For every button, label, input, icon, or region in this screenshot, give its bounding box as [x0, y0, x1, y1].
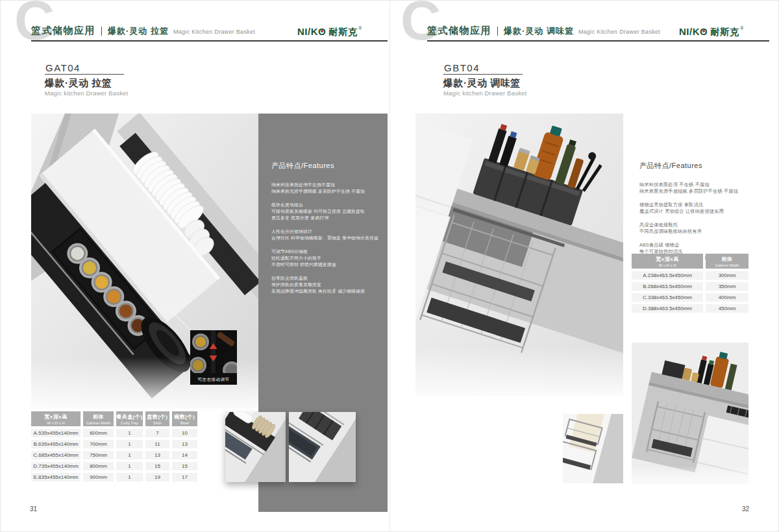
table-cell: C.338x463.5x450mm: [632, 293, 703, 302]
registered-mark: ®: [358, 26, 362, 30]
main-product-photo: [415, 114, 623, 396]
table-cell: 13: [172, 440, 197, 448]
catalog-spread: C 篮式储物应用 爆款·灵动 拉篮 Magic Kitchen Drawer B…: [0, 0, 779, 532]
header-separator: [101, 27, 102, 36]
nisko-cn: 耐斯克: [710, 27, 739, 38]
feature-line: 魔盒式设计 灵动组合 让收纳更便捷实用: [639, 208, 773, 215]
table-cell: C.685x455x140mm: [31, 451, 80, 459]
product-name: 爆款·灵动 调味篮: [443, 77, 521, 90]
feature-line: 纳米表面光滑手感细腻 多层防护不生锈 不腐蚀: [639, 188, 773, 195]
nisko-wordmark: NI/KO: [679, 26, 708, 37]
adjust-detail-art: [190, 330, 237, 373]
product-name: 爆款·灵动 拉篮: [45, 77, 112, 90]
table-cell: 300mm: [706, 271, 748, 280]
table-cell: 400mm: [706, 293, 748, 302]
table-cell: 450mm: [706, 304, 748, 313]
page-header: 篮式储物应用 爆款·灵动 调味篮 Magic Kitchen Drawer Ba…: [427, 25, 660, 37]
header-title-en: Magic Kitchen Drawer Basket: [173, 29, 255, 35]
feature-line: 模块化灵动组合: [271, 202, 378, 208]
table-cell: B.635x455x140mm: [31, 440, 80, 448]
feature-line: 纳米科技表面处理 不生锈 不腐蚀: [639, 182, 773, 188]
table-cell: 17: [172, 473, 197, 481]
feature-line: 不用时可拆卸 拒绝约束随意摆放: [271, 261, 378, 268]
logo-o-red-dot-icon: O: [700, 26, 708, 37]
feature-group: 自带防尘滑轨盖板 保护滑轨的质量及顺滑度 采用品牌缓冲隐藏滑轨 推拉轻柔 减少碗…: [271, 275, 378, 295]
table-cell: 15: [172, 462, 197, 470]
table-cell: 800mm: [83, 462, 114, 470]
feature-line: 自带防尘滑轨盖板: [271, 275, 378, 282]
feature-line: 储物盒灵动提取方便 拿取清洗: [639, 202, 773, 208]
spice-basket-photo-art: [415, 114, 623, 396]
table-header-cell: 盘数(个)Dish: [145, 411, 169, 426]
thumbnail-photo: [225, 412, 286, 482]
features-heading: 产品特点/Features: [639, 161, 773, 171]
features-block: 产品特点/Features 纳米科技表面处理 不生锈 不腐蚀 纳米表面光滑手感细…: [639, 161, 773, 269]
header-category: 篮式储物应用: [427, 25, 491, 37]
product-code-rule: [45, 74, 124, 75]
detail-inset-photo: 可左右移动调节: [190, 330, 237, 385]
product-name-en: Magic kitchen Drawer Basket: [443, 90, 526, 97]
table-cell: B.288x463.5x450mm: [632, 282, 703, 291]
feature-group: 储物盒灵动提取方便 拿取清洗 魔盒式设计 灵动组合 让收纳更便捷实用: [639, 202, 773, 215]
table-cell: 900mm: [83, 473, 114, 481]
table-cell: 15: [145, 462, 169, 470]
feature-line: 合理分区 科学收纳碗碟架、置物盒 集中收纳分类存放: [271, 235, 378, 241]
table-cell: 7: [145, 429, 169, 437]
feature-group: 纳米科技表面处理 不生锈 不腐蚀 纳米表面光滑手感细腻 多层防护不生锈 不腐蚀: [639, 182, 773, 195]
header-title-en: Magic Kitchen Drawer Basket: [578, 29, 660, 35]
feature-line: 高深盒体低矮瓶托: [639, 222, 773, 228]
table-cell: 1: [116, 451, 143, 459]
registered-mark: ®: [740, 26, 743, 30]
feature-line: 不同高度调味瓶收纳井然有序: [639, 228, 773, 235]
spec-table: 宽x深x高W x D x H 柜体Cabinet Width A.238x463…: [632, 254, 748, 313]
feature-group: 纳米科技表面处理不生锈不腐蚀 纳米表面光滑手感细腻 多层防护不生锈 不腐蚀: [271, 182, 378, 195]
table-header-cell: 柜体Cabinet Width: [83, 411, 114, 426]
product-code-rule: [443, 74, 523, 75]
header-rule: [31, 40, 388, 42]
table-cell: 1: [116, 429, 143, 437]
feature-line: 轻松适配不同大小的瓶子: [271, 255, 378, 261]
product-name-en: Magic kitchen Drawer Basket: [45, 90, 128, 97]
page-number: 32: [742, 505, 749, 513]
thumbnail-photo: [563, 414, 623, 483]
feature-line: 纳米科技表面处理不生锈不腐蚀: [271, 182, 378, 188]
product-code: GAT04: [45, 62, 80, 73]
table-cell: 13: [145, 451, 169, 459]
page-header: 篮式储物应用 爆款·灵动 拉篮 Magic Kitchen Drawer Bas…: [31, 25, 255, 37]
table-cell: 750mm: [83, 451, 114, 459]
header-title: 爆款·灵动 拉篮: [108, 25, 169, 37]
table-cell: 14: [172, 451, 197, 459]
feature-line: 灵活多变 使用方便 更易打理: [271, 215, 378, 221]
table-cell: 1: [116, 473, 143, 481]
header-rule: [427, 40, 769, 42]
feature-line: ABS食品级 储物盒: [639, 242, 773, 248]
inset-caption: 可左右移动调节: [190, 377, 237, 383]
table-cell: 1: [116, 462, 143, 470]
thumbnail-photo: [289, 412, 356, 482]
page-number: 31: [30, 505, 37, 513]
table-cell: E.835x455x140mm: [31, 473, 80, 481]
table-cell: A.238x463.5x450mm: [632, 271, 703, 280]
feature-line: 可移动底板及碗碟架 均可独立使用 且随意提取: [271, 208, 378, 215]
logo-o-red-dot-icon: O: [318, 26, 326, 37]
thumbnail-photo: [632, 343, 748, 484]
table-cell: D.735x455x140mm: [31, 462, 80, 470]
table-cell: 19: [145, 473, 169, 481]
table-header-cell: 碗数(个)Bowl: [172, 411, 197, 426]
features-heading: 产品特点/Features: [271, 161, 378, 171]
feature-group: 高深盒体低矮瓶托 不同高度调味瓶收纳井然有序: [639, 222, 773, 235]
feature-line: 可调节ABS分隔板: [271, 248, 378, 255]
feature-group: 可调节ABS分隔板 轻松适配不同大小的瓶子 不用时可拆卸 拒绝约束随意摆放: [271, 248, 378, 268]
feature-line: 采用品牌缓冲隐藏滑轨 推拉轻柔 减少碗碟碰撞: [271, 288, 378, 295]
page-divider: [390, 0, 390, 532]
table-cell: 600mm: [83, 429, 114, 437]
table-cell: 350mm: [706, 282, 748, 291]
feature-line: 保护滑轨的质量及顺滑度: [271, 282, 378, 288]
nisko-cn: 耐斯克: [328, 27, 358, 38]
table-header-cell: 餐具盒(个)Cutly Tray: [116, 411, 143, 426]
feature-line: 纳米表面光滑手感细腻 多层防护不生锈 不腐蚀: [271, 188, 378, 195]
table-cell: 1: [116, 440, 143, 448]
feature-group: 人性化分区收纳设计 合理分区 科学收纳碗碟架、置物盒 集中收纳分类存放: [271, 228, 378, 241]
table-cell: 11: [145, 440, 169, 448]
nisko-logo: NI/KO 耐斯克 ®: [297, 26, 362, 38]
